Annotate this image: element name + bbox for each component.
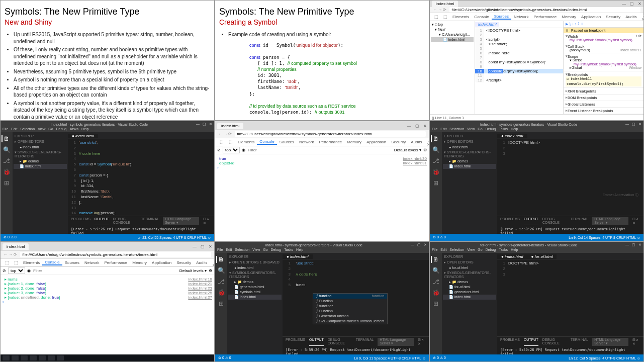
clear-icon[interactable]: ⊘ [217,148,221,152]
devtools-tab[interactable]: Performance [531,15,559,19]
tree-item[interactable]: 📄 index.html [443,295,496,300]
debug-icon[interactable]: 🐞 [218,289,225,296]
breakpoints-header[interactable]: Breakpoints [566,72,641,76]
explorer-icon[interactable]: 🗎 [2,135,10,142]
devtools-tab[interactable]: Console [42,260,62,265]
ac-item[interactable]: ⨍ functionfunction [313,294,387,299]
source-tab[interactable]: index.html [475,22,499,27]
devtools-tab[interactable]: Console [257,139,277,145]
editor-tab[interactable]: ● index.html [283,254,313,259]
devtools-tab[interactable]: Elements [450,15,472,19]
tree-item[interactable]: 📄 symbols.html [228,290,282,295]
devtools-tab[interactable]: Security [389,140,408,144]
devtools-tab[interactable]: Sources [492,14,511,20]
panel-tab[interactable]: PROBLEMS [71,217,90,225]
panel-tab[interactable]: PROBLEMS [500,217,520,225]
code-area[interactable]: 1DOCTYPE html>23</div></div><div class="… [497,260,643,336]
devtools-tab[interactable]: Security [603,15,623,19]
panel-tab[interactable]: OUTPUT [309,338,324,346]
code-area[interactable]: 1!DOCTYPE html>23</div></div><div class=… [497,139,643,216]
tree-item[interactable]: 📄 for-of.html [443,285,496,290]
devtools-tab[interactable]: Application [364,140,389,144]
devtools-tab[interactable]: Memory [130,260,149,265]
search-icon[interactable]: 🔍 [432,267,440,274]
lang-server[interactable]: HTML Language Server ▾ [378,338,413,346]
menu-item[interactable]: Tasks [69,127,78,132]
explorer-icon[interactable]: 🗎 [216,256,224,263]
panel-tab[interactable]: TERMINAL [571,217,588,225]
lang-server[interactable]: HTML Language Server ▾ [163,217,199,225]
explorer-icon[interactable]: 🗎 [431,135,439,142]
filter-input[interactable] [247,147,392,153]
devtools-tab[interactable]: Memory [344,140,364,144]
lang-server[interactable]: HTML Language Server ▾ [592,338,628,346]
eye-icon[interactable]: ◉ [242,148,245,152]
explorer-icon[interactable]: 🗎 [431,256,439,263]
menu-item[interactable]: Help [81,127,88,132]
tree-item[interactable]: ▸ 📁 demos [443,159,496,164]
browser-tab[interactable]: index.html [3,243,29,250]
debug-icon[interactable]: 🐞 [432,289,440,296]
callstack-frame[interactable]: (anonymous)index.html:11 [566,48,641,52]
devtools-tab[interactable]: Elements [21,260,42,265]
ac-item[interactable]: ⨍ Function [313,309,387,314]
menu-item[interactable]: Debug [486,248,496,253]
devtools-tab[interactable]: Application [579,15,603,19]
panel-tab[interactable]: OUTPUT [95,217,109,225]
extensions-icon[interactable]: ⊞ [4,179,9,187]
panel-tab[interactable]: DEBUG CONSOLE [542,338,567,346]
menu-item[interactable]: Debug [271,248,282,253]
devtools-tab[interactable]: Application [149,260,174,265]
menu-item[interactable]: Help [296,248,303,253]
menu-item[interactable]: Selection [20,127,35,132]
menu-item[interactable]: View [467,127,475,132]
search-icon[interactable]: 🔍 [3,146,11,153]
devtools-tab[interactable]: Network [82,260,102,265]
devtools-tab[interactable]: Performance [316,140,344,144]
menu-item[interactable]: Tasks [499,248,508,253]
debug-icon[interactable]: 🐞 [432,168,440,175]
tree-folder[interactable]: ▾ C:/Users/eric/git... [431,32,474,37]
menu-item[interactable]: Help [511,127,518,132]
menu-item[interactable]: File [432,127,437,132]
scope-header[interactable]: Scope [566,54,641,58]
gear-icon[interactable]: ⚙ [423,148,427,152]
context-select[interactable]: top [223,147,240,153]
panel-tab[interactable]: TERMINAL [571,338,588,346]
tree-item[interactable]: 📄 index.html [228,295,282,300]
panel-tab[interactable]: TERMINAL [141,217,159,225]
tree-top[interactable]: ▾ □ top [431,22,474,27]
git-icon[interactable]: ⎇ [432,278,439,285]
panel-tab[interactable]: PROBLEMS [286,338,305,346]
tree-item[interactable]: ▸ 📁 demos [14,159,67,164]
browser-tab[interactable]: index.html [217,123,243,129]
devtools-tab[interactable]: Audits [194,260,210,265]
callstack-header[interactable]: Call Stack [566,44,641,48]
watch-header[interactable]: Watch + ⟳ [566,34,641,38]
search-icon[interactable]: 🔍 [218,267,225,274]
lang-server[interactable]: HTML Language Server ▾ [592,217,628,225]
devtools-tab[interactable]: Audits [408,140,424,144]
extensions-icon[interactable]: ⊞ [219,300,224,307]
url-input[interactable] [235,131,426,137]
menu-item[interactable]: Edit [440,248,446,253]
devtools-tab[interactable]: Audits [623,15,639,19]
maximize-icon[interactable]: ▢ [630,2,634,6]
search-icon[interactable]: 🔍 [432,146,440,153]
panel-tab[interactable]: DEBUG CONSOLE [113,217,137,225]
panel-tab[interactable]: OUTPUT [524,338,538,346]
menu-item[interactable]: Go [48,127,53,132]
devtools-tab[interactable]: Network [297,140,316,144]
editor-tab[interactable]: ● index.html [68,134,98,138]
tree-item[interactable]: 📄 generators.html [228,285,282,290]
menu-item[interactable]: File [3,127,8,132]
tree-item[interactable]: 📄 index.html [14,164,67,169]
menu-item[interactable]: Help [511,248,518,253]
tree-item[interactable]: 📄 index.html [443,164,496,169]
menu-item[interactable]: Edit [11,127,17,132]
editor-tab[interactable]: ● for-of.html [527,254,557,259]
ac-item[interactable]: ⨍ SVGComponentTransferFunctionElement [313,319,387,324]
git-icon[interactable]: ⎇ [218,278,225,285]
tree-item[interactable]: 📄 generators.html [443,290,496,295]
debug-icon[interactable]: 🐞 [3,168,11,175]
